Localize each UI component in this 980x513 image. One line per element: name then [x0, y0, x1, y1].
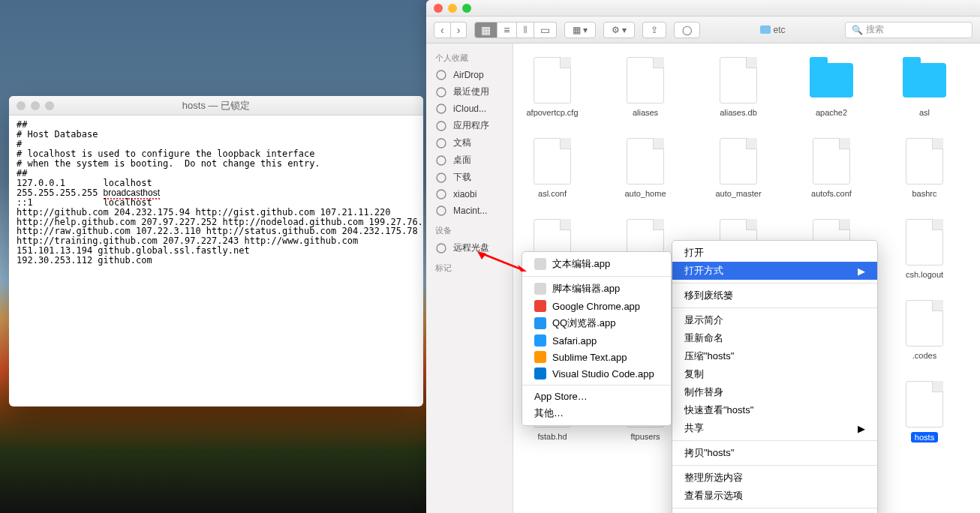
context-menu-item[interactable]: 移到废纸篓: [672, 286, 877, 304]
sidebar-item[interactable]: 应用程序: [432, 117, 507, 134]
share-dropdown[interactable]: ⇪: [642, 22, 666, 38]
sidebar-heading-favorites: 个人收藏: [435, 52, 507, 64]
open-with-app[interactable]: Google Chrome.app: [522, 298, 671, 314]
chevron-right-icon: ▶: [858, 266, 865, 277]
sidebar-item[interactable]: xiaobi: [432, 186, 507, 202]
file-icon: [720, 138, 757, 184]
context-menu-item[interactable]: 打开: [672, 244, 877, 262]
app-icon: [534, 351, 546, 363]
context-menu-item[interactable]: 显示简介: [672, 311, 877, 329]
svg-point-8: [437, 206, 446, 215]
open-with-app[interactable]: Visual Studio Code.app: [522, 365, 671, 382]
context-menu-item[interactable]: 制作替身: [672, 383, 877, 401]
context-menu-item[interactable]: 整理所选内容: [672, 469, 877, 487]
app-icon: [534, 300, 546, 312]
context-menu-item[interactable]: 快速查看"hosts": [672, 401, 877, 419]
sidebar-item[interactable]: Macint...: [432, 202, 507, 219]
group-dropdown[interactable]: ▦ ▾: [564, 22, 596, 38]
text-content[interactable]: ## # Host Database # # localhost is used…: [9, 116, 423, 270]
file-item[interactable]: bashrc: [896, 138, 953, 198]
svg-point-1: [437, 88, 446, 97]
app-icon: [534, 368, 546, 380]
app-icon: [534, 317, 546, 329]
open-with-app[interactable]: QQ浏览器.app: [522, 314, 671, 332]
view-mode-switcher[interactable]: ▦≡⫴▭: [474, 22, 556, 38]
finder-titlebar: [426, 0, 980, 16]
open-with-submenu[interactable]: 文本编辑.app脚本编辑器.appGoogle Chrome.appQQ浏览器.…: [522, 251, 672, 426]
open-with-app[interactable]: Sublime Text.app: [522, 349, 671, 365]
context-menu-item[interactable]: 共享▶: [672, 419, 877, 437]
file-item[interactable]: hosts: [896, 381, 953, 442]
context-menu-item[interactable]: 拷贝"hosts": [672, 444, 877, 462]
svg-point-4: [437, 139, 446, 148]
open-with-app[interactable]: 文本编辑.app: [522, 255, 671, 273]
tags-dropdown[interactable]: ◯: [674, 22, 700, 38]
path-title: etc: [760, 25, 786, 35]
sidebar-item[interactable]: 最近使用: [432, 83, 507, 100]
file-icon: [906, 138, 943, 184]
open-with-app[interactable]: Safari.app: [522, 332, 671, 349]
zoom-icon[interactable]: [462, 4, 471, 13]
app-icon: [534, 334, 546, 346]
sidebar-item[interactable]: 远程光盘: [432, 239, 507, 256]
action-dropdown[interactable]: ⚙ ▾: [603, 22, 635, 38]
open-with-footer[interactable]: App Store…: [522, 388, 671, 404]
open-with-footer[interactable]: 其他…: [522, 404, 671, 422]
textedit-titlebar: hosts — 已锁定: [9, 96, 423, 116]
context-menu[interactable]: 打开打开方式▶移到废纸篓显示简介重新命名压缩"hosts"复制制作替身快速查看"…: [672, 240, 878, 513]
file-icon: [906, 219, 943, 266]
folder-icon: [903, 63, 946, 98]
chevron-right-icon: ▶: [858, 423, 865, 434]
sidebar-heading-devices: 设备: [435, 225, 507, 236]
context-menu-item[interactable]: 重新命名: [672, 329, 877, 347]
file-item[interactable]: auto_master: [710, 138, 767, 198]
app-icon: [534, 258, 546, 270]
svg-point-7: [437, 190, 446, 199]
close-icon[interactable]: [434, 4, 443, 13]
page-title: hosts — 已锁定: [182, 100, 250, 111]
file-icon: [534, 138, 571, 184]
file-item[interactable]: asl.conf: [524, 138, 581, 198]
file-item[interactable]: aliases.db: [710, 57, 767, 117]
svg-point-2: [437, 104, 446, 113]
sidebar-item[interactable]: iCloud...: [432, 100, 507, 117]
file-icon: [534, 57, 571, 104]
file-item[interactable]: auto_home: [617, 138, 674, 198]
sidebar-item[interactable]: 文稿: [432, 134, 507, 152]
file-item[interactable]: asl: [896, 57, 953, 117]
context-menu-item[interactable]: 打开方式▶: [672, 262, 877, 280]
finder-toolbar: ‹› ▦≡⫴▭ ▦ ▾ ⚙ ▾ ⇪ ◯ etc 🔍 搜索: [426, 16, 980, 44]
svg-point-5: [437, 156, 446, 165]
context-menu-item[interactable]: 压缩"hosts": [672, 347, 877, 365]
svg-point-3: [437, 122, 446, 130]
file-item[interactable]: afpovertcp.cfg: [524, 57, 581, 117]
file-icon: [906, 300, 943, 346]
folder-icon: [760, 26, 771, 34]
file-icon: [627, 138, 664, 184]
file-item[interactable]: aliases: [617, 57, 674, 117]
context-menu-item[interactable]: 复制: [672, 365, 877, 383]
sidebar-item[interactable]: AirDrop: [432, 67, 507, 83]
file-item[interactable]: csh.logout: [896, 219, 953, 279]
file-item[interactable]: autofs.conf: [803, 138, 860, 198]
textedit-window: hosts — 已锁定 ## # Host Database # # local…: [9, 96, 423, 406]
file-icon: [813, 138, 850, 184]
file-icon: [720, 57, 757, 104]
file-icon: [627, 57, 664, 104]
file-item[interactable]: apache2: [803, 57, 860, 117]
open-with-app[interactable]: 脚本编辑器.app: [522, 280, 671, 298]
file-icon: [906, 381, 943, 428]
search-input[interactable]: 🔍 搜索: [845, 22, 972, 38]
svg-point-0: [437, 70, 446, 80]
context-menu-item[interactable]: 查看显示选项: [672, 487, 877, 505]
svg-point-6: [437, 173, 446, 182]
file-item[interactable]: .codes: [896, 300, 953, 360]
sidebar-heading-tags: 标记: [435, 262, 507, 274]
svg-point-9: [437, 244, 446, 253]
sidebar-item[interactable]: 桌面: [432, 152, 507, 169]
app-icon: [534, 283, 546, 295]
folder-icon: [810, 63, 853, 98]
nav-back-forward[interactable]: ‹›: [434, 22, 467, 38]
minimize-icon[interactable]: [448, 4, 457, 13]
sidebar-item[interactable]: 下载: [432, 169, 507, 186]
